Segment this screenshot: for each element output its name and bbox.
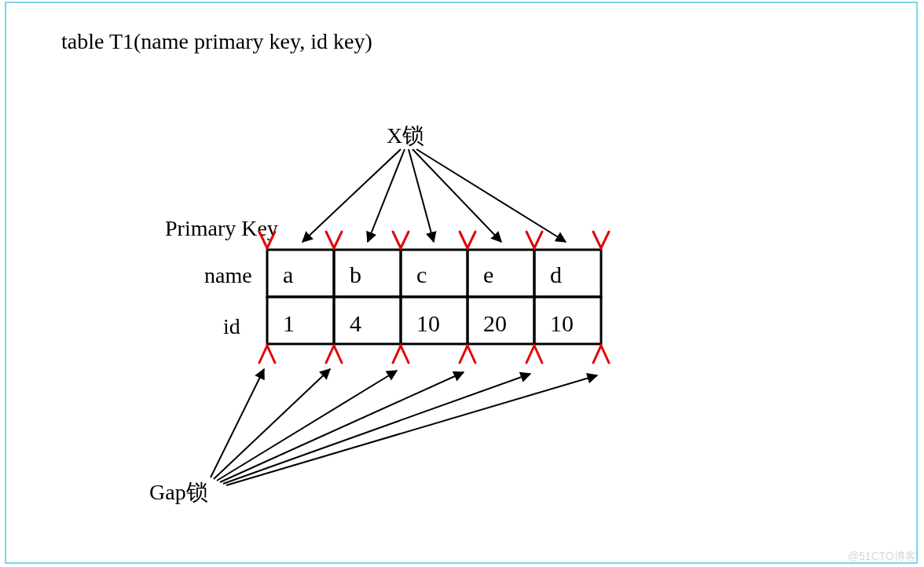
svg-line-16 — [214, 369, 330, 479]
data-table: a b c e d 1 4 10 20 10 — [267, 250, 601, 344]
x-lock-label: X锁 — [387, 123, 424, 148]
svg-line-15 — [211, 369, 264, 477]
row-name-label: name — [204, 263, 252, 287]
row-id-label: id — [223, 314, 240, 338]
diagram-svg: table T1(name primary key, id key) X锁 Pr… — [0, 0, 924, 567]
id-0: 1 — [283, 310, 295, 336]
x-lock-arrows — [302, 149, 566, 242]
svg-rect-0 — [267, 250, 334, 297]
bottom-red-marks — [259, 346, 609, 363]
gap-lock-arrows — [211, 369, 597, 485]
svg-rect-3 — [468, 250, 534, 297]
id-4: 10 — [550, 310, 574, 336]
svg-rect-4 — [534, 250, 601, 297]
svg-line-20 — [226, 375, 597, 485]
title-text: table T1(name primary key, id key) — [61, 29, 372, 53]
id-1: 4 — [350, 310, 361, 336]
name-3: e — [483, 262, 493, 287]
name-2: c — [416, 262, 427, 287]
name-1: b — [350, 262, 361, 287]
svg-line-14 — [416, 149, 566, 242]
name-0: a — [283, 262, 293, 287]
svg-rect-6 — [334, 297, 401, 344]
svg-line-18 — [220, 372, 464, 482]
id-3: 20 — [483, 310, 507, 336]
svg-line-13 — [412, 149, 501, 242]
svg-line-19 — [223, 374, 530, 484]
watermark: @51CTO博客 — [848, 550, 916, 564]
svg-line-17 — [217, 371, 397, 481]
svg-rect-2 — [401, 250, 468, 297]
svg-line-12 — [409, 149, 434, 242]
gap-lock-label: Gap锁 — [149, 480, 208, 504]
svg-rect-1 — [334, 250, 401, 297]
name-4: d — [550, 262, 562, 287]
svg-rect-5 — [267, 297, 334, 344]
id-2: 10 — [416, 310, 440, 336]
